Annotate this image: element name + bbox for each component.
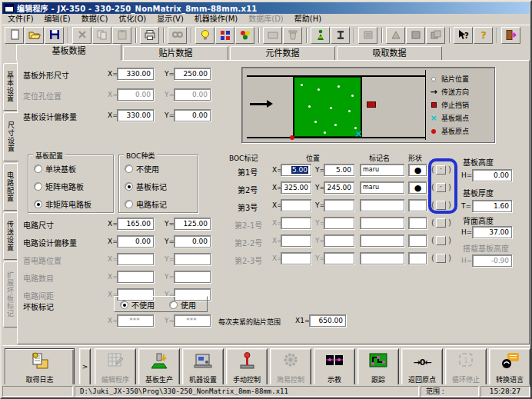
menu-optimize[interactable]: 优化(O): [113, 14, 151, 25]
board-outline-y-field[interactable]: 250.00: [174, 68, 211, 80]
boc2-y-field[interactable]: 245.00: [324, 181, 354, 194]
radio-icon[interactable]: [169, 301, 178, 309]
help-icon[interactable]: ?: [474, 27, 493, 44]
beam-icon[interactable]: [331, 27, 350, 44]
placement-dots: [301, 84, 303, 86]
design-offset-y-field[interactable]: 0.00: [174, 109, 211, 121]
bottom-button-bar: 取得日志 > 编辑程序 基板生产 机器设置 手动控制 简易控制 示教: [2, 345, 530, 388]
legend-board-origin: 基板原点: [430, 126, 469, 136]
app-window: 编辑程序 - JX-350 - 330-250_NonMatrix_8mm-88…: [0, 0, 532, 399]
boc2-x-field[interactable]: 325.00: [281, 181, 311, 194]
hint-bulb-icon[interactable]: [195, 27, 214, 44]
boc1-x-field[interactable]: 5.00: [281, 164, 311, 176]
new-file-icon[interactable]: [5, 27, 24, 44]
first-circuit-y-field: [174, 253, 211, 265]
menu-machine-operation[interactable]: 机器操作(M): [189, 14, 243, 25]
circuit-size-x-field[interactable]: 165.00: [117, 218, 154, 230]
paren-open: (: [431, 201, 434, 209]
tab-placement-data[interactable]: 贴片数据: [123, 46, 228, 61]
circuit-offset-x-field[interactable]: 0.00: [117, 235, 154, 248]
production-icon[interactable]: [311, 27, 330, 44]
boc1-preview-button[interactable]: ·: [436, 165, 446, 175]
tab-component-data[interactable]: 元件数据: [230, 46, 335, 61]
switch-language-button[interactable]: 转换语言: [489, 348, 530, 387]
stop-pin-icon: [430, 102, 437, 108]
paren-open: (: [431, 183, 434, 191]
board-height-label: 基板高度: [463, 156, 494, 168]
circuit-offset-label: 电路设计偏移量: [23, 237, 77, 248]
get-log-button[interactable]: 取得日志: [5, 348, 75, 387]
boc2-preview-button[interactable]: ·: [436, 183, 446, 192]
board-production-icon: [149, 351, 169, 372]
menu-file[interactable]: 文件(F): [2, 14, 39, 25]
window-title: 编辑程序 - JX-350 - 330-250_NonMatrix_8mm-88…: [17, 2, 257, 14]
radio-icon[interactable]: [120, 301, 128, 309]
design-offset-x-field[interactable]: 330.00: [117, 109, 154, 121]
menu-edit[interactable]: 编辑(E): [39, 14, 76, 25]
svg-text:?: ?: [464, 32, 469, 40]
return-origin-button[interactable]: →0← 返回原点: [401, 348, 443, 387]
boc1-shape-cell: ●: [408, 164, 427, 176]
status-file-path: D:\Juki_JX-350\Prog\330-250_NonMatrix_8m…: [75, 386, 419, 397]
trace-button[interactable]: 跟踪: [357, 348, 399, 387]
boc1-name-field[interactable]: maru: [360, 164, 404, 176]
manual-control-button[interactable]: 手动控制: [226, 348, 268, 387]
print-icon[interactable]: [140, 27, 159, 44]
board-production-button[interactable]: 基板生产: [138, 348, 180, 387]
x1-label: X1=: [295, 317, 310, 324]
bad-mark-label: 坏板标记: [23, 301, 54, 312]
toolbar-separator: [354, 28, 355, 43]
boc2-shape-cell: ●: [408, 181, 427, 194]
board-endpoint-icon: ×: [430, 115, 437, 121]
boc3-y-field[interactable]: [324, 199, 354, 211]
boc2-name-field[interactable]: maru: [360, 181, 404, 194]
title-bar[interactable]: 编辑程序 - JX-350 - 330-250_NonMatrix_8mm-88…: [2, 2, 530, 14]
circuit-size-y-field[interactable]: 125.00: [174, 218, 211, 230]
legend-transport-direction: →传送方向: [430, 87, 469, 97]
clamp-range-field[interactable]: 650.00: [309, 314, 346, 327]
shape-a-icon: [386, 27, 405, 44]
board-height-field[interactable]: 0.00: [472, 169, 512, 181]
cycle-stop-icon: 1: [456, 351, 476, 372]
boc1-y-field[interactable]: 5.00: [324, 164, 354, 176]
board-outline-x-field[interactable]: 330.00: [117, 68, 154, 80]
board-thickness-label: 基板厚度: [463, 187, 494, 198]
status-empty-segment: [2, 386, 73, 397]
radio-bad-mark-unused[interactable]: 不使用: [120, 299, 155, 311]
teaching-button[interactable]: 示教: [314, 348, 355, 387]
context-help-icon[interactable]: ?: [454, 27, 473, 44]
circuit-offset-y-field[interactable]: 0.00: [174, 235, 211, 248]
boc-type-title: BOC种类: [124, 151, 157, 161]
menu-view[interactable]: 显示(V): [151, 14, 189, 25]
side-tab-size-setup[interactable]: 尺寸设置: [3, 112, 18, 161]
menu-help[interactable]: 帮助(H): [289, 14, 327, 25]
boc3-x-field[interactable]: [281, 199, 311, 211]
boc3-preview-button[interactable]: [436, 201, 446, 210]
tab-board-data[interactable]: 基板数据: [16, 44, 121, 61]
radio-label: 不使用: [131, 299, 155, 311]
expand-button[interactable]: >: [79, 348, 91, 387]
menu-database: 数据库(D): [243, 14, 289, 25]
nozzle-balls-icon[interactable]: [235, 27, 254, 44]
legend-label: 停止挡销: [441, 100, 469, 110]
paste-icon: [112, 27, 131, 44]
clamp-range-label: 每次夹紧的贴片范围: [218, 317, 281, 327]
save-icon[interactable]: [45, 27, 64, 44]
radio-bad-mark-used[interactable]: 使用: [169, 299, 196, 311]
boc3-name-field[interactable]: [360, 199, 404, 211]
button-label: 返回原点: [408, 376, 436, 384]
menu-data[interactable]: 数据(C): [76, 14, 114, 25]
tab-pickup-data[interactable]: 吸取数据: [337, 46, 442, 61]
legend-divider: [425, 70, 426, 140]
boc-row-label: 第1号: [238, 166, 258, 178]
board-thickness-field[interactable]: 1.60: [472, 200, 512, 212]
status-range: 范围 :: [421, 386, 479, 397]
exit-icon[interactable]: [501, 27, 520, 44]
selected-value: 5.00: [291, 166, 308, 174]
open-file-icon[interactable]: [25, 27, 44, 44]
legend-stop-pin: 停止挡销: [430, 100, 469, 110]
button-label: 基板生产: [145, 376, 173, 384]
button-label: 示教: [328, 376, 341, 384]
optimize-icon[interactable]: [215, 27, 234, 44]
machine-setup-button[interactable]: 机器设置: [182, 348, 224, 387]
